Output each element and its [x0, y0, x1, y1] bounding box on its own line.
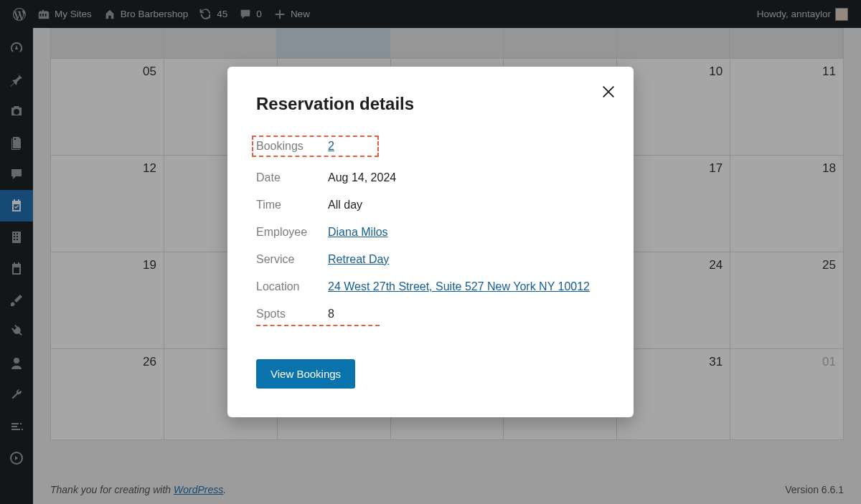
close-icon [601, 84, 616, 100]
detail-row-employee: Employee Diana Milos [256, 226, 605, 239]
reservation-details-modal: Reservation details Bookings 2 Date Aug … [227, 67, 634, 417]
detail-row-service: Service Retreat Day [256, 253, 605, 266]
date-label: Date [256, 171, 328, 184]
employee-link[interactable]: Diana Milos [328, 226, 388, 238]
bookings-label: Bookings [256, 140, 328, 153]
detail-row-bookings: Bookings 2 [256, 135, 605, 157]
spots-value: 8 [328, 308, 334, 320]
view-bookings-button[interactable]: View Bookings [256, 359, 355, 389]
modal-title: Reservation details [256, 94, 605, 114]
detail-row-location: Location 24 West 27th Street, Suite 527 … [256, 280, 605, 293]
service-label: Service [256, 253, 328, 266]
employee-label: Employee [256, 226, 328, 239]
detail-row-spots: Spots 8 [256, 308, 380, 326]
detail-row-time: Time All day [256, 199, 605, 211]
bookings-link[interactable]: 2 [328, 140, 334, 152]
close-button[interactable] [601, 84, 616, 103]
location-link[interactable]: 24 West 27th Street, Suite 527 New York … [328, 280, 590, 293]
detail-row-date: Date Aug 14, 2024 [256, 171, 605, 184]
time-value: All day [328, 199, 362, 211]
date-value: Aug 14, 2024 [328, 171, 396, 184]
location-label: Location [256, 280, 328, 293]
spots-label: Spots [256, 308, 328, 320]
time-label: Time [256, 199, 328, 211]
service-link[interactable]: Retreat Day [328, 253, 389, 265]
details-list: Bookings 2 Date Aug 14, 2024 Time All da… [256, 135, 605, 326]
